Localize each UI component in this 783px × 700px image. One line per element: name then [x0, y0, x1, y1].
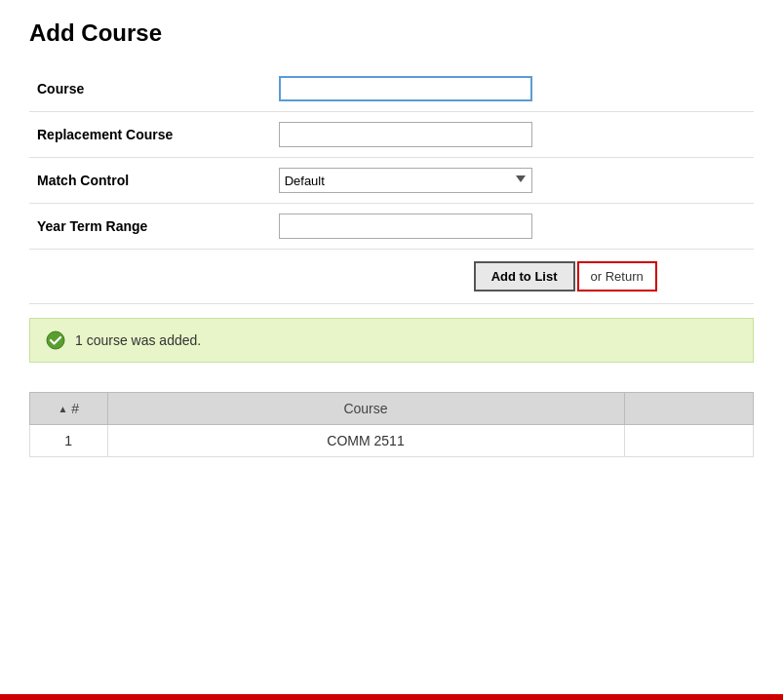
year-term-range-label: Year Term Range — [29, 204, 271, 250]
row-action — [624, 425, 754, 457]
results-header-row: ▲ # Course — [30, 393, 754, 425]
replacement-course-label: Replacement Course — [29, 112, 271, 158]
success-icon — [46, 331, 65, 350]
success-text: 1 course was added. — [75, 332, 201, 348]
or-return-button[interactable]: or Return — [577, 261, 657, 292]
replacement-course-input[interactable] — [279, 122, 532, 147]
match-control-select[interactable]: Default — [279, 168, 532, 193]
row-course: COMM 2511 — [107, 425, 624, 457]
add-course-form: Course Replacement Course Match Control … — [29, 66, 754, 304]
year-term-range-input[interactable] — [279, 214, 532, 239]
sort-arrow-icon: ▲ — [58, 404, 67, 414]
row-number: 1 — [30, 425, 108, 457]
actions-row: Add to List or Return — [29, 250, 754, 304]
year-term-range-row: Year Term Range — [29, 204, 754, 250]
results-table: ▲ # Course 1 COMM 2511 — [29, 392, 754, 457]
col-number-label: # — [71, 401, 79, 416]
add-to-list-button[interactable]: Add to List — [474, 261, 575, 292]
course-row: Course — [29, 66, 754, 112]
col-course-header: Course — [107, 393, 624, 425]
page-title: Add Course — [29, 19, 754, 47]
col-number-header[interactable]: ▲ # — [30, 393, 108, 425]
success-message-banner: 1 course was added. — [29, 318, 754, 363]
col-action-header — [624, 393, 754, 425]
table-row: 1 COMM 2511 — [30, 425, 754, 457]
svg-point-0 — [47, 331, 64, 349]
course-input[interactable] — [279, 76, 532, 101]
replacement-course-row: Replacement Course — [29, 112, 754, 158]
match-control-row: Match Control Default — [29, 158, 754, 204]
course-label: Course — [29, 66, 271, 112]
actions-container: Add to List or Return — [474, 261, 746, 292]
bottom-red-bar — [0, 694, 783, 700]
results-section: ▲ # Course 1 COMM 2511 — [29, 392, 754, 457]
match-control-label: Match Control — [29, 158, 271, 204]
